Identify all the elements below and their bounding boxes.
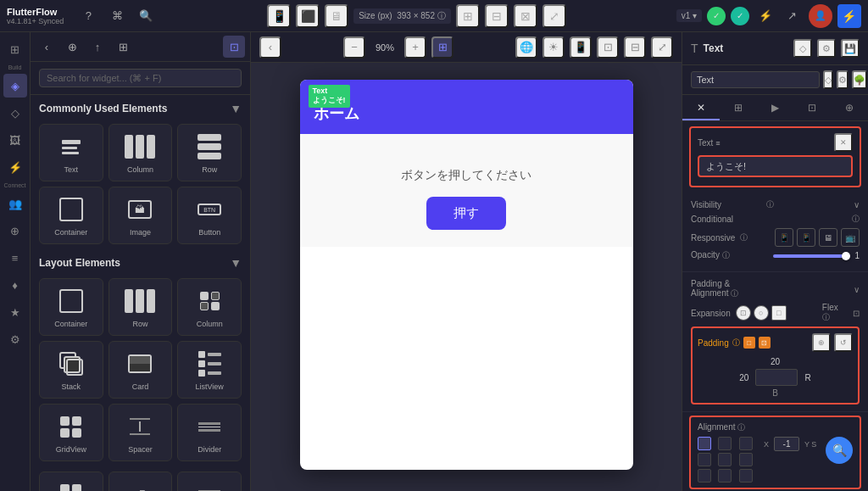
lightning-left-button[interactable]: ⚡: [754, 5, 776, 27]
widget-container[interactable]: Container: [39, 187, 103, 244]
align-top-center[interactable]: [718, 437, 732, 450]
rp-pad-extra-btn[interactable]: ⊡: [759, 337, 771, 349]
page-button[interactable]: ⊡: [597, 36, 619, 59]
desktop-device-button[interactable]: 🖥: [325, 4, 348, 28]
widget-spacer[interactable]: Spacer: [108, 404, 173, 461]
user-avatar[interactable]: 👤: [809, 4, 832, 28]
layout-view-button[interactable]: ⊟: [624, 36, 646, 59]
widget-search-input[interactable]: [39, 69, 242, 87]
rp-widget-tree-btn[interactable]: 🌳: [852, 70, 867, 89]
rp-pad-copy-btn[interactable]: ⊕: [812, 333, 831, 352]
extra-device-button[interactable]: ⊞: [456, 4, 480, 28]
rp-tab-code[interactable]: ⊕: [831, 95, 868, 120]
align-bot-left[interactable]: [698, 469, 711, 483]
rp-text-value-input[interactable]: [698, 155, 853, 177]
rp-tab-actions[interactable]: ▶: [757, 95, 794, 120]
rp-tab-properties[interactable]: ✕: [682, 95, 720, 120]
rp-tab-layout[interactable]: ⊞: [720, 95, 757, 120]
align-bot-right[interactable]: [739, 469, 753, 483]
rp-widget-settings-btn[interactable]: ⚙: [837, 70, 849, 89]
widget-column2[interactable]: Column: [177, 278, 242, 336]
widget-divider[interactable]: Divider: [177, 404, 242, 461]
device-tv-icon[interactable]: 📺: [841, 228, 860, 247]
widget-column[interactable]: Column: [108, 124, 173, 181]
mobile-button[interactable]: 📱: [570, 36, 592, 59]
rp-widget-input[interactable]: [691, 71, 820, 88]
widget-extra1[interactable]: [39, 471, 103, 491]
sun-button[interactable]: ☀: [542, 36, 565, 59]
widget-button[interactable]: BTN Button: [177, 187, 242, 244]
connect-item[interactable]: ⚡: [3, 155, 27, 179]
align-mid-left[interactable]: [698, 453, 711, 466]
data-item[interactable]: 👥: [3, 192, 27, 215]
help-button[interactable]: ?: [77, 5, 99, 27]
run-button[interactable]: ⚡: [837, 4, 861, 28]
rp-save-button[interactable]: 💾: [841, 39, 860, 58]
rp-x-input[interactable]: [774, 437, 799, 451]
widget-row[interactable]: Row: [177, 124, 242, 181]
rp-tab-data[interactable]: ⊡: [793, 95, 831, 120]
assets-item[interactable]: 🖼: [3, 128, 27, 152]
rp-pad-link-btn[interactable]: □: [743, 337, 755, 349]
tablet-device-button[interactable]: ⬛: [296, 4, 320, 28]
expand-button[interactable]: ⤢: [651, 36, 673, 59]
panel-bookmark-button[interactable]: ⊕: [61, 36, 83, 58]
device-tablet-icon[interactable]: 📱: [797, 228, 815, 247]
star-item[interactable]: ★: [3, 300, 27, 324]
zoom-out-button[interactable]: −: [343, 36, 365, 59]
widget-image[interactable]: 🏔 Image: [108, 187, 173, 244]
rp-pad-reset-btn[interactable]: ↺: [834, 333, 853, 352]
widget-stack[interactable]: Stack: [39, 341, 103, 399]
panel-extra-button[interactable]: ⊞: [112, 36, 134, 58]
rp-diamond-button[interactable]: ◇: [793, 39, 812, 58]
device-phone-icon[interactable]: 📱: [775, 228, 793, 247]
snap-button[interactable]: ⊞: [431, 36, 453, 59]
zoom-in-button[interactable]: +: [404, 36, 426, 59]
widget-extra2[interactable]: ↗: [108, 471, 173, 491]
settings-item[interactable]: ⚙: [3, 327, 27, 351]
widget-text[interactable]: Text: [39, 124, 103, 181]
logic-item[interactable]: ≡: [3, 246, 27, 270]
theme-item[interactable]: ◇: [3, 101, 27, 125]
widget-tree-item[interactable]: ◈: [3, 74, 27, 98]
build-tab[interactable]: ⊞: [3, 37, 27, 61]
panel-share-button[interactable]: ↑: [86, 36, 108, 58]
layout-button[interactable]: ⊟: [485, 4, 509, 28]
rp-widget-diamond-btn[interactable]: ◇: [823, 70, 833, 89]
phone-action-button[interactable]: 押す: [426, 197, 506, 230]
grid-toggle-button[interactable]: ⊠: [514, 4, 537, 28]
api-item[interactable]: ⊕: [3, 219, 27, 243]
align-bot-center[interactable]: [718, 469, 732, 483]
expansion-outline-btn[interactable]: ○: [754, 305, 769, 321]
layout-elements-toggle[interactable]: ▼: [230, 256, 242, 270]
widget-gridview[interactable]: GridView: [39, 404, 103, 461]
publish-button[interactable]: ↗: [782, 5, 804, 27]
rp-opacity-slider[interactable]: [773, 254, 850, 258]
expansion-filled-btn[interactable]: ⊡: [736, 305, 751, 321]
mobile-device-button[interactable]: 📱: [267, 4, 291, 28]
align-top-left[interactable]: [698, 437, 711, 450]
more-widgets-grid: ↗: [31, 466, 250, 491]
canvas-collapse-button[interactable]: ‹: [259, 36, 281, 59]
widget-listview[interactable]: ListView: [177, 341, 242, 399]
rp-settings-button[interactable]: ⚙: [817, 39, 836, 58]
align-mid-center[interactable]: [718, 453, 732, 466]
search-fab-button[interactable]: 🔍: [826, 437, 853, 464]
rp-text-clear-btn[interactable]: ✕: [834, 133, 853, 152]
panel-view-button[interactable]: ⊡: [223, 36, 245, 58]
media-item[interactable]: ♦: [3, 273, 27, 297]
panel-back-button[interactable]: ‹: [36, 36, 58, 58]
device-desktop-icon[interactable]: 🖥: [819, 228, 837, 247]
search-button[interactable]: 🔍: [135, 5, 157, 27]
expand-canvas-button[interactable]: ⤢: [542, 4, 566, 28]
keyboard-shortcut-button[interactable]: ⌘: [106, 5, 128, 27]
align-mid-right[interactable]: [739, 453, 753, 466]
align-top-right[interactable]: [739, 437, 753, 450]
widget-extra3[interactable]: [177, 471, 242, 491]
widget-card[interactable]: Card: [108, 341, 173, 399]
globe-button[interactable]: 🌐: [515, 36, 537, 59]
widget-row2[interactable]: Row: [108, 278, 173, 336]
commonly-used-toggle[interactable]: ▼: [230, 102, 242, 115]
expansion-square-btn[interactable]: □: [771, 305, 787, 321]
widget-container2[interactable]: Container: [39, 278, 103, 336]
